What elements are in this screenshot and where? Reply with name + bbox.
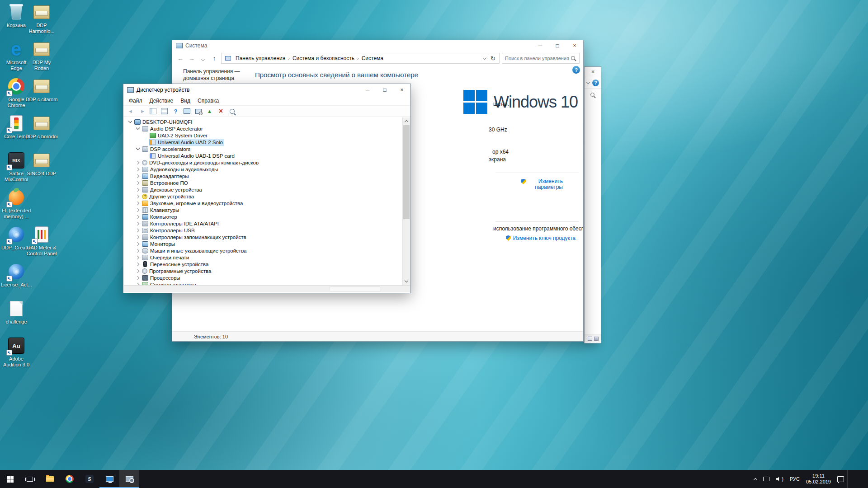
pinned-app-button[interactable] (80, 470, 99, 488)
desktop-icon[interactable]: ↖ SINC24 DDP (25, 151, 58, 188)
back-icon[interactable] (125, 106, 136, 116)
menu-item[interactable]: Вид (177, 97, 194, 105)
forward-arrow-icon[interactable]: → (187, 55, 196, 62)
expand-chevron-icon[interactable] (134, 179, 142, 186)
tree-item[interactable]: Мыши и иные указывающие устройства (124, 247, 402, 254)
expand-chevron-icon[interactable] (134, 274, 142, 281)
expand-chevron-icon[interactable] (134, 227, 142, 234)
search-icon[interactable] (590, 92, 596, 98)
expand-chevron-icon[interactable] (134, 220, 142, 227)
tree-item[interactable]: Видеоадаптеры (124, 173, 402, 179)
show-desktop-button[interactable] (847, 470, 868, 488)
tree-item[interactable]: Компьютер (124, 213, 402, 220)
tree-item[interactable]: Программные устройства (124, 267, 402, 274)
tree-item[interactable]: Встроенное ПО (124, 179, 402, 186)
desktop-icon[interactable]: ↖ (25, 188, 58, 225)
minimize-button[interactable]: ─ (532, 40, 549, 51)
desktop-icon[interactable]: ↖ UAD Meter & Control Panel (25, 225, 58, 262)
tree-item[interactable]: Очереди печати (124, 254, 402, 261)
scrollbar[interactable] (402, 117, 410, 285)
system-window-taskbar-button[interactable] (99, 470, 119, 488)
tree-item[interactable]: Переносные устройства (124, 261, 402, 267)
tree-item[interactable]: Клавиатуры (124, 206, 402, 213)
display-tray-icon[interactable] (760, 470, 773, 488)
expand-chevron-icon[interactable] (134, 186, 142, 193)
close-button[interactable]: × (393, 84, 410, 96)
device-manager-titlebar[interactable]: Диспетчер устройств ─ □ × (123, 84, 410, 96)
expand-chevron-icon[interactable] (134, 206, 142, 213)
maximize-button[interactable]: □ (376, 84, 393, 96)
desktop-icon[interactable]: ↖ DDP c citarom (25, 77, 58, 114)
device-manager-taskbar-button[interactable] (119, 470, 139, 488)
expand-chevron-icon[interactable] (134, 240, 142, 247)
expand-chevron-icon[interactable] (142, 139, 149, 145)
breadcrumb-item[interactable]: Система (359, 55, 386, 61)
tree-item[interactable]: Звуковые, игровые и видеоустройства (124, 200, 402, 206)
expand-chevron-icon[interactable] (134, 159, 142, 166)
help-icon[interactable]: ? (592, 80, 599, 86)
expand-chevron-icon[interactable] (142, 132, 149, 139)
uninstall-device-icon[interactable] (216, 106, 226, 116)
file-explorer-button[interactable] (40, 470, 60, 488)
tree-item[interactable]: Другие устройства (124, 193, 402, 200)
change-settings-link[interactable]: Изменить параметры (528, 178, 563, 190)
search-input[interactable]: Поиск в панели управления (502, 53, 580, 64)
list-view-icon[interactable] (588, 337, 592, 341)
devices-list-icon[interactable] (182, 106, 192, 116)
chrome-button[interactable] (60, 470, 80, 488)
tree-item[interactable]: Контроллеры запоминающих устройств (124, 234, 402, 240)
volume-tray-icon[interactable] (773, 470, 787, 488)
tree-item[interactable]: Audio DSP Accelerator (124, 125, 402, 132)
expand-chevron-icon[interactable] (134, 247, 142, 254)
hidden-icons-button[interactable] (751, 470, 760, 488)
recent-locations-chevron-icon[interactable] (198, 55, 208, 62)
chevron-down-icon[interactable] (586, 80, 590, 84)
tree-item[interactable]: Контроллеры IDE ATA/ATAPI (124, 220, 402, 227)
change-product-key-link[interactable]: Изменить ключ продукта (506, 235, 576, 241)
desktop-icon[interactable]: ↖ DDP Harmonio... (25, 3, 58, 40)
menu-item[interactable]: Файл (125, 97, 146, 105)
desktop-icon[interactable]: ↖ DDP c borodoi (25, 114, 58, 151)
tree-item[interactable]: Процессоры (124, 274, 402, 281)
tree-item[interactable]: Мониторы (124, 240, 402, 247)
start-button[interactable] (0, 470, 20, 488)
minimize-button[interactable]: ─ (359, 84, 376, 96)
expand-chevron-icon[interactable] (134, 173, 142, 179)
scrollbar-down-button[interactable] (403, 277, 410, 285)
scrollbar-thumb[interactable] (403, 125, 410, 219)
scan-hardware-changes-icon[interactable] (227, 106, 237, 116)
action-center-button[interactable] (834, 470, 847, 488)
tree-item[interactable]: DESKTOP-UH0MQFI (124, 118, 402, 125)
tree-item[interactable]: UAD-2 System Driver (124, 132, 402, 139)
tree-item[interactable]: Сетевые адаптеры (124, 281, 402, 285)
expand-chevron-icon[interactable] (134, 193, 142, 200)
tree-item[interactable]: Аудиовходы и аудиовыходы (124, 166, 402, 173)
task-view-button[interactable] (20, 470, 40, 488)
expand-chevron-icon[interactable] (134, 200, 142, 206)
tree-item[interactable]: DSP accelerators (124, 145, 402, 152)
expand-chevron-icon[interactable] (134, 213, 142, 220)
breadcrumb-item[interactable]: Система и безопасность (290, 55, 357, 61)
expand-chevron-icon[interactable] (127, 118, 134, 125)
maximize-button[interactable]: □ (549, 40, 566, 51)
desktop-icon[interactable]: ↖ challenge (0, 299, 33, 336)
system-titlebar[interactable]: Система ─ □ × (172, 40, 583, 51)
close-icon[interactable]: × (585, 67, 601, 77)
tree-item[interactable]: Дисковые устройства (124, 186, 402, 193)
expand-chevron-icon[interactable] (134, 261, 142, 267)
menu-item[interactable]: Действие (146, 97, 177, 105)
expand-chevron-icon[interactable] (134, 267, 142, 274)
tree-item[interactable]: Universal Audio UAD-2 Solo (124, 139, 402, 145)
expand-chevron-icon[interactable] (134, 145, 142, 152)
forward-icon[interactable] (137, 106, 147, 116)
menu-item[interactable]: Справка (194, 97, 222, 105)
help-icon[interactable] (170, 106, 181, 116)
properties-icon[interactable] (159, 106, 170, 116)
close-button[interactable]: × (566, 40, 583, 51)
expand-chevron-icon[interactable] (134, 166, 142, 173)
tree-item[interactable]: Universal Audio UAD-1 DSP card (124, 152, 402, 159)
desktop-icon[interactable]: ↖ Adobe Audition 3.0 (0, 336, 33, 373)
update-driver-icon[interactable] (204, 106, 215, 116)
help-button[interactable]: ? (572, 66, 580, 74)
up-arrow-icon[interactable]: ↑ (210, 55, 219, 62)
